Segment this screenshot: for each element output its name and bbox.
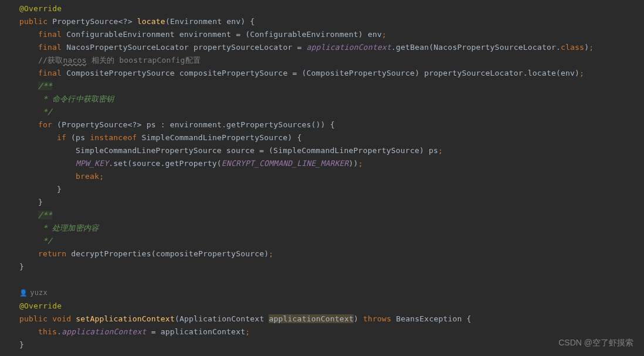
keyword-final: final: [38, 69, 62, 77]
user-icon: 👤: [19, 289, 28, 297]
semicolon: ;: [382, 30, 387, 39]
code-line: final NacosPropertySourceLocator propert…: [19, 41, 644, 54]
code-line: */: [19, 235, 644, 247]
code-line: @Override: [19, 300, 644, 313]
code-line: }: [19, 183, 644, 196]
author-inlay: 👤yuzx: [19, 286, 644, 300]
annotation: @Override: [19, 4, 62, 13]
keyword-void: void: [52, 314, 71, 323]
semicolon: ;: [438, 146, 443, 155]
keyword-public: public: [19, 314, 48, 323]
keyword-if: if: [57, 133, 66, 142]
keyword-instanceof: instanceof: [90, 133, 137, 142]
code-line: * 命令行中获取密钥: [19, 93, 644, 106]
return-expr: decryptProperties(compositePropertySourc…: [66, 249, 269, 258]
semicolon: ;: [269, 249, 273, 258]
code-line: MPW_KEY.set(source.getProperty(ENCRYPT_C…: [19, 157, 644, 170]
keyword-break: break: [76, 172, 99, 181]
javadoc-close: */: [38, 107, 52, 116]
code-line: /**: [19, 209, 644, 222]
code-line: /**: [19, 80, 644, 93]
comment: 相关的 boostrapConfig配置: [87, 56, 201, 65]
code-editor[interactable]: @Override public PropertySource<?> locat…: [0, 0, 644, 351]
code-line: }: [19, 196, 644, 209]
keyword-final: final: [38, 43, 62, 52]
semicolon: ;: [245, 327, 250, 336]
javadoc-body: * 命令行中获取密钥: [38, 94, 114, 103]
code-line: final CompositePropertySource compositeP…: [19, 67, 644, 80]
code-line: * 处理加密内容: [19, 222, 644, 235]
code-line: if (ps instanceof SimpleCommandLinePrope…: [19, 131, 644, 144]
code-line: //获取nacos 相关的 boostrapConfig配置: [19, 54, 644, 67]
keyword-return: return: [38, 249, 66, 258]
comment: nacos: [63, 56, 86, 65]
code-line: for (PropertySource<?> ps : environment.…: [19, 118, 644, 131]
annotation: @Override: [19, 301, 62, 310]
brace: }: [19, 262, 24, 271]
field-ref: applicationContext: [307, 43, 391, 52]
paren: ): [584, 43, 589, 52]
method-name: locate: [137, 17, 165, 26]
code-line: final ConfigurableEnvironment environmen…: [19, 28, 644, 41]
dot: .: [57, 327, 62, 336]
statement-part: )): [349, 159, 358, 168]
code-line: return decryptProperties(compositeProper…: [19, 247, 644, 260]
statement-part: .set(source.getProperty(: [109, 159, 222, 168]
semicolon: ;: [99, 172, 104, 181]
keyword-throws: throws: [363, 314, 391, 323]
javadoc-body: * 处理加密内容: [38, 223, 99, 232]
param-highlighted: applicationContext: [269, 314, 353, 323]
brace: }: [57, 185, 62, 194]
semicolon: ;: [579, 69, 584, 77]
params: (Environment env) {: [165, 17, 255, 26]
keyword-class: class: [561, 43, 584, 52]
static-field: MPW_KEY: [76, 159, 109, 168]
semicolon: ;: [358, 159, 363, 168]
brace: }: [19, 340, 24, 349]
statement-part: .getBean(NacosPropertySourceLocator.: [391, 43, 561, 52]
code-line: */: [19, 106, 644, 118]
for-expr: (PropertySource<?> ps : environment.getP…: [52, 120, 335, 129]
keyword-for: for: [38, 120, 52, 129]
field-ref: applicationContext: [62, 327, 146, 336]
method-name: setApplicationContext: [76, 314, 175, 323]
statement: SimpleCommandLinePropertySource source =…: [76, 146, 438, 155]
statement: ConfigurableEnvironment environment = (C…: [66, 30, 382, 39]
params-part: ): [354, 314, 363, 323]
code-line: SimpleCommandLinePropertySource source =…: [19, 144, 644, 157]
code-line: }: [19, 260, 644, 273]
statement-part: NacosPropertySourceLocator propertySourc…: [66, 43, 306, 52]
code-line: break;: [19, 170, 644, 183]
code-line: }: [19, 338, 644, 351]
keyword-final: final: [38, 30, 62, 39]
return-type: PropertySource<?>: [52, 17, 132, 26]
keyword-this: this: [38, 327, 57, 336]
assign: = applicationContext: [147, 327, 246, 336]
if-expr: SimpleCommandLinePropertySource) {: [137, 133, 301, 142]
javadoc-close: */: [38, 236, 52, 245]
javadoc-open: /**: [38, 211, 52, 219]
params-part: (ApplicationContext: [175, 314, 269, 323]
exception: BeansException {: [391, 314, 471, 323]
watermark: CSDN @空了虾摸索: [558, 336, 633, 349]
javadoc-open: /**: [38, 82, 52, 90]
author-name: yuzx: [30, 289, 48, 297]
blank-line: [19, 273, 644, 286]
code-line: @Override: [19, 2, 644, 15]
code-line: public void setApplicationContext(Applic…: [19, 313, 644, 326]
brace: }: [38, 198, 43, 206]
constant: ENCRYPT_COMMAND_LINE_MARKER: [222, 159, 349, 168]
code-line: public PropertySource<?> locate(Environm…: [19, 15, 644, 28]
if-expr: (ps: [66, 133, 90, 142]
comment: //获取: [38, 56, 63, 65]
statement: CompositePropertySource compositePropert…: [66, 69, 579, 77]
semicolon: ;: [589, 43, 594, 52]
code-line: this.applicationContext = applicationCon…: [19, 326, 644, 338]
keyword-public: public: [19, 17, 48, 26]
